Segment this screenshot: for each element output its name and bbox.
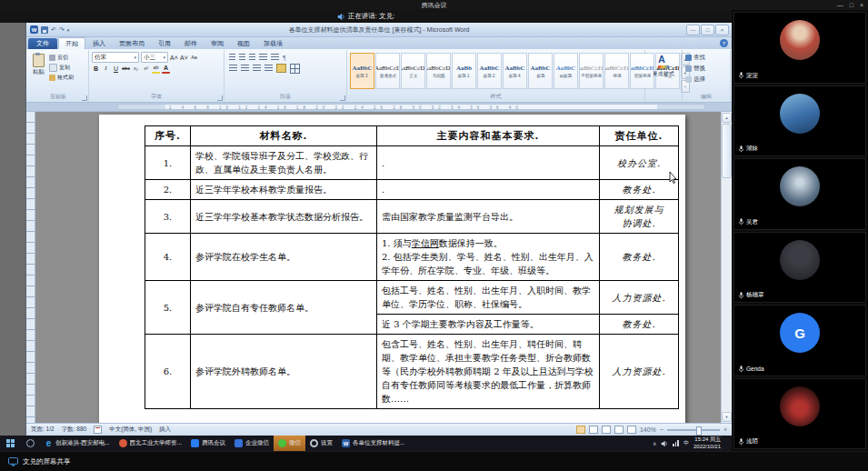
- tray-expand-icon[interactable]: ∧: [653, 440, 656, 446]
- vertical-scrollbar[interactable]: [721, 112, 732, 423]
- style-chip[interactable]: AaBbC标题 2: [477, 53, 502, 89]
- font-name-combobox[interactable]: 仿宋: [92, 52, 139, 63]
- cut-button[interactable]: 剪切: [49, 54, 74, 62]
- page-indicator[interactable]: 页面: 1/2: [31, 426, 55, 434]
- scrollbar-thumb[interactable]: [722, 124, 732, 178]
- participant-tile[interactable]: 淀淀: [733, 12, 866, 84]
- style-chip[interactable]: AaBbC标题: [528, 53, 553, 89]
- tab-insert[interactable]: 插入: [86, 38, 112, 49]
- style-chip[interactable]: AaBbC标题 4: [503, 53, 527, 89]
- tab-view[interactable]: 视图: [231, 38, 256, 49]
- zoom-slider[interactable]: [667, 429, 720, 431]
- proofing-icon[interactable]: [94, 426, 102, 434]
- scroll-down-icon[interactable]: [722, 412, 732, 422]
- word-minimize-button[interactable]: [686, 25, 700, 35]
- zoom-slider-knob[interactable]: [696, 426, 702, 436]
- clipboard-dialog-launcher[interactable]: [82, 95, 87, 101]
- justify-icon[interactable]: [264, 65, 273, 72]
- subscript-button[interactable]: x₂: [132, 64, 140, 73]
- align-left-icon[interactable]: [229, 65, 237, 72]
- network-icon[interactable]: [673, 440, 679, 446]
- taskbar-app-settings[interactable]: 设置: [305, 436, 337, 451]
- shrink-font-button[interactable]: A˅: [180, 53, 188, 62]
- insert-mode-indicator[interactable]: 插入: [159, 426, 171, 434]
- web-layout-view-icon[interactable]: [602, 426, 611, 434]
- font-color-button[interactable]: A: [162, 63, 170, 74]
- help-icon[interactable]: [720, 39, 728, 47]
- search-button[interactable]: [20, 436, 40, 451]
- style-chip[interactable]: AaBb标题 1: [452, 53, 476, 89]
- tab-page-layout[interactable]: 页面布局: [113, 38, 151, 49]
- style-chip[interactable]: AaBbCcD普通类式: [375, 53, 400, 89]
- grow-font-button[interactable]: A˄: [170, 53, 178, 62]
- paste-button[interactable]: 粘贴: [31, 52, 46, 82]
- word-close-button[interactable]: [715, 25, 729, 35]
- ime-indicator[interactable]: 中: [683, 439, 689, 447]
- style-chip[interactable]: AaBbCcDd不明显强调: [579, 53, 604, 89]
- participant-tile[interactable]: 杨穗霖: [733, 232, 866, 304]
- taskbar-clock[interactable]: 15:24 周五 2022/10/21: [693, 436, 721, 449]
- scroll-up-icon[interactable]: [722, 113, 732, 123]
- change-styles-button[interactable]: A 更改样式: [645, 50, 683, 102]
- tab-review[interactable]: 审阅: [205, 38, 230, 49]
- italic-button[interactable]: I: [102, 64, 110, 73]
- increase-indent-icon[interactable]: [271, 54, 279, 61]
- shading-icon[interactable]: [276, 64, 286, 73]
- redo-icon[interactable]: [59, 26, 65, 33]
- document-page[interactable]: 序号. 材料名称. 主要内容和基本要求. 责任单位. 1. 学校、学院领导班子及…: [99, 115, 685, 423]
- start-button[interactable]: [0, 436, 20, 451]
- taskbar-app-word[interactable]: W各单位支撑材料提...: [337, 436, 409, 451]
- paragraph-dialog-launcher[interactable]: [340, 95, 345, 101]
- style-chip[interactable]: AaBbC标题 3: [350, 53, 374, 89]
- taskbar-app-edge[interactable]: e创新港洪-西安邮电...: [40, 436, 115, 451]
- draft-view-icon[interactable]: [627, 426, 636, 434]
- select-button[interactable]: 选择: [685, 74, 727, 85]
- participant-tile[interactable]: G Genda: [733, 305, 866, 376]
- show-formatting-marks-icon[interactable]: [283, 55, 286, 61]
- word-app-icon[interactable]: W: [30, 25, 38, 34]
- style-chip[interactable]: AaBbCcDd正文: [401, 53, 425, 89]
- align-right-icon[interactable]: [253, 65, 261, 72]
- taskbar-app-wechat[interactable]: 微信: [274, 436, 305, 451]
- multilevel-list-icon[interactable]: [249, 54, 255, 61]
- tab-mailings[interactable]: 邮件: [178, 38, 204, 49]
- align-center-icon[interactable]: [241, 65, 249, 72]
- decrease-indent-icon[interactable]: [259, 54, 267, 61]
- style-chip[interactable]: AaBbCcDd无间隔: [426, 53, 451, 89]
- maximize-icon[interactable]: [850, 2, 853, 8]
- tab-home[interactable]: 开始: [58, 37, 85, 49]
- tab-addins[interactable]: 加载项: [257, 38, 289, 49]
- zoom-out-icon[interactable]: −: [660, 426, 663, 433]
- horizontal-ruler[interactable]: 2 4 6 8 10 12 14 16 18 20 22 24 26 28 30…: [26, 103, 732, 112]
- zoom-level[interactable]: 140%: [640, 426, 656, 433]
- format-painter-button[interactable]: 格式刷: [49, 74, 74, 82]
- vertical-ruler[interactable]: [26, 112, 35, 423]
- participant-tile[interactable]: 浅陌: [733, 378, 866, 450]
- font-dialog-launcher[interactable]: [217, 95, 223, 101]
- bullets-icon[interactable]: [229, 54, 235, 61]
- strikethrough-button[interactable]: abc: [122, 64, 130, 73]
- find-button[interactable]: 查找: [685, 52, 727, 63]
- save-icon[interactable]: [41, 26, 48, 34]
- word-count[interactable]: 字数: 880: [62, 426, 86, 434]
- numbering-icon[interactable]: [239, 54, 245, 61]
- taskbar-app-browser[interactable]: 西北工业大学师资...: [115, 436, 186, 451]
- taskbar-app-wecom[interactable]: 企业微信: [230, 436, 274, 451]
- taskbar-app-meeting[interactable]: 腾讯会议: [186, 436, 230, 451]
- fullscreen-view-icon[interactable]: [589, 426, 598, 434]
- word-maximize-button[interactable]: [701, 25, 714, 35]
- minimize-icon[interactable]: [837, 2, 843, 8]
- print-layout-view-icon[interactable]: [576, 426, 585, 434]
- hyperlink-text[interactable]: 学信网: [412, 238, 439, 248]
- underline-button[interactable]: U: [112, 64, 120, 73]
- font-size-combobox[interactable]: 小三: [141, 52, 168, 63]
- highlight-color-button[interactable]: ab: [152, 63, 160, 74]
- outline-view-icon[interactable]: [614, 426, 624, 434]
- participant-tile[interactable]: 吴君: [733, 158, 866, 230]
- participant-tile[interactable]: 湖妹: [733, 85, 866, 157]
- volume-icon[interactable]: [661, 440, 668, 447]
- tab-file[interactable]: 文件: [28, 38, 57, 49]
- undo-icon[interactable]: [51, 26, 56, 33]
- replace-button[interactable]: 替换: [685, 63, 727, 74]
- style-chip[interactable]: AaBbCcDd强调: [604, 53, 629, 89]
